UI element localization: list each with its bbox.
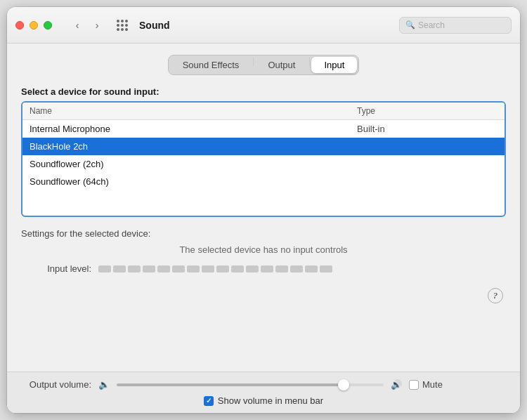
search-input[interactable] — [418, 20, 505, 30]
level-blocks — [98, 265, 332, 273]
help-button[interactable]: ? — [488, 288, 503, 303]
table-header: Name Type — [22, 103, 505, 120]
traffic-lights — [15, 21, 52, 29]
search-bar[interactable]: 🔍 — [399, 17, 512, 34]
mute-label[interactable]: Mute — [422, 379, 443, 390]
maximize-button[interactable] — [44, 21, 52, 29]
level-block — [290, 265, 303, 273]
mute-section: Mute — [409, 379, 443, 390]
settings-section: Settings for the selected device: The se… — [21, 228, 506, 277]
volume-slider-track — [117, 383, 384, 386]
tab-divider-1 — [253, 57, 254, 67]
level-block — [98, 265, 111, 273]
content-area: Sound Effects Output Input Select a devi… — [7, 44, 520, 372]
bottom-bar: Output volume: 🔈 🔊 Mute ✓ Show volume in… — [7, 372, 520, 413]
level-block — [231, 265, 244, 273]
grid-button[interactable] — [114, 18, 131, 32]
device-table: Name Type Internal Microphone Built-in B… — [21, 101, 506, 217]
table-row[interactable]: Internal Microphone Built-in — [22, 120, 505, 138]
device-section-label: Select a device for sound input: — [21, 86, 506, 97]
volume-low-icon: 🔈 — [98, 379, 110, 390]
input-level-label: Input level: — [21, 263, 91, 274]
minimize-button[interactable] — [30, 21, 38, 29]
help-row: ? — [21, 288, 506, 303]
device-name-3: Soundflower (2ch) — [30, 159, 357, 169]
level-block — [202, 265, 214, 273]
level-block — [275, 265, 288, 273]
level-block — [157, 265, 170, 273]
level-block — [261, 265, 273, 273]
header-type: Type — [357, 106, 497, 116]
titlebar: ‹ › Sound 🔍 — [7, 7, 520, 44]
level-block — [172, 265, 185, 273]
device-type-1: Built-in — [357, 124, 497, 134]
volume-thumb — [338, 379, 349, 391]
show-volume-checkbox[interactable]: ✓ — [204, 396, 214, 406]
search-icon: 🔍 — [405, 20, 415, 29]
mute-checkbox[interactable] — [409, 380, 419, 390]
show-volume-label[interactable]: Show volume in menu bar — [218, 395, 323, 406]
grid-icon — [117, 20, 128, 31]
tab-sound-effects[interactable]: Sound Effects — [170, 57, 252, 73]
table-empty-space — [22, 190, 505, 216]
level-block — [187, 265, 200, 273]
device-name-4: Soundflower (64ch) — [30, 176, 357, 187]
device-name-2: BlackHole 2ch — [30, 141, 357, 152]
device-selection: Select a device for sound input: Name Ty… — [21, 86, 506, 217]
level-block — [305, 265, 318, 273]
level-block — [128, 265, 141, 273]
tab-output[interactable]: Output — [255, 57, 308, 73]
show-volume-row: ✓ Show volume in menu bar — [21, 395, 506, 406]
nav-buttons: ‹ › — [69, 18, 105, 32]
input-level-row: Input level: — [21, 263, 506, 274]
checkmark-icon: ✓ — [206, 397, 212, 405]
close-button[interactable] — [15, 21, 24, 29]
level-block — [246, 265, 259, 273]
tabs-row: Sound Effects Output Input — [21, 55, 506, 75]
header-name: Name — [30, 106, 357, 116]
no-controls-text: The selected device has no input control… — [21, 244, 506, 255]
level-block — [320, 265, 332, 273]
table-row[interactable]: Soundflower (2ch) — [22, 155, 505, 173]
main-window: ‹ › Sound 🔍 Sound Effects Output Input — [7, 7, 520, 413]
back-button[interactable]: ‹ — [69, 18, 86, 32]
tab-divider-2 — [309, 57, 310, 67]
level-block — [143, 265, 155, 273]
volume-row: Output volume: 🔈 🔊 Mute — [21, 379, 506, 390]
settings-label: Settings for the selected device: — [21, 228, 506, 239]
volume-high-icon: 🔊 — [391, 379, 402, 390]
window-title: Sound — [139, 20, 170, 31]
tabs-container: Sound Effects Output Input — [168, 55, 360, 75]
volume-slider[interactable] — [117, 383, 384, 386]
table-row[interactable]: Soundflower (64ch) — [22, 173, 505, 190]
output-volume-label: Output volume: — [21, 379, 91, 390]
level-block — [216, 265, 229, 273]
forward-button[interactable]: › — [89, 18, 105, 32]
device-name-1: Internal Microphone — [30, 124, 357, 134]
level-block — [113, 265, 126, 273]
volume-slider-container — [117, 383, 384, 386]
tab-input[interactable]: Input — [311, 57, 357, 73]
table-row-selected[interactable]: BlackHole 2ch — [22, 138, 505, 155]
